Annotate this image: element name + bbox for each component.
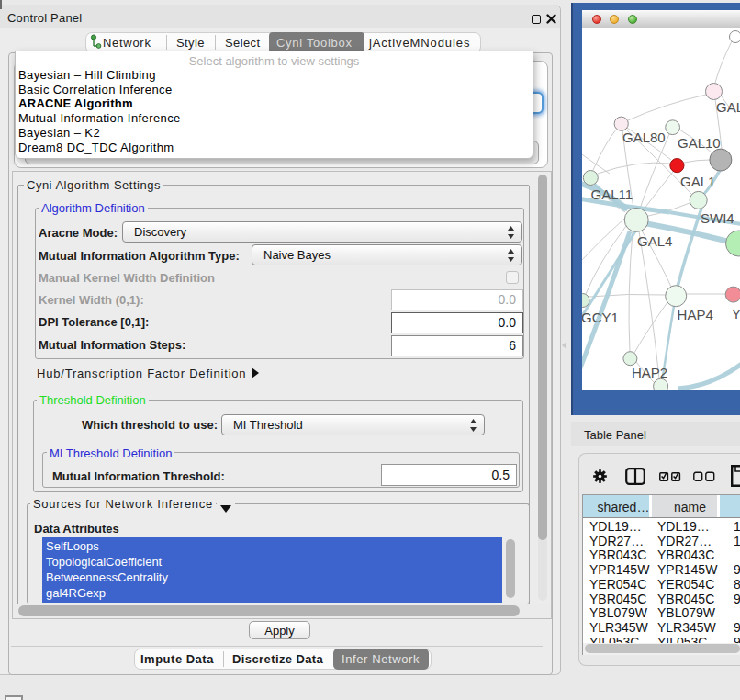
svg-text:GCY1: GCY1 — [582, 310, 619, 325]
svg-text:Y: Y — [732, 306, 740, 322]
svg-text:GAL: GAL — [716, 99, 740, 115]
svg-text:SWI4: SWI4 — [701, 210, 734, 226]
svg-text:HAP4: HAP4 — [678, 307, 713, 322]
svg-text:GAL11: GAL11 — [591, 186, 633, 202]
svg-text:GAL1: GAL1 — [680, 174, 715, 189]
svg-text:GAL80: GAL80 — [622, 130, 666, 145]
svg-text:GAL4: GAL4 — [637, 233, 672, 249]
svg-text:HAP2: HAP2 — [632, 365, 667, 380]
svg-text:GAL10: GAL10 — [678, 135, 721, 151]
